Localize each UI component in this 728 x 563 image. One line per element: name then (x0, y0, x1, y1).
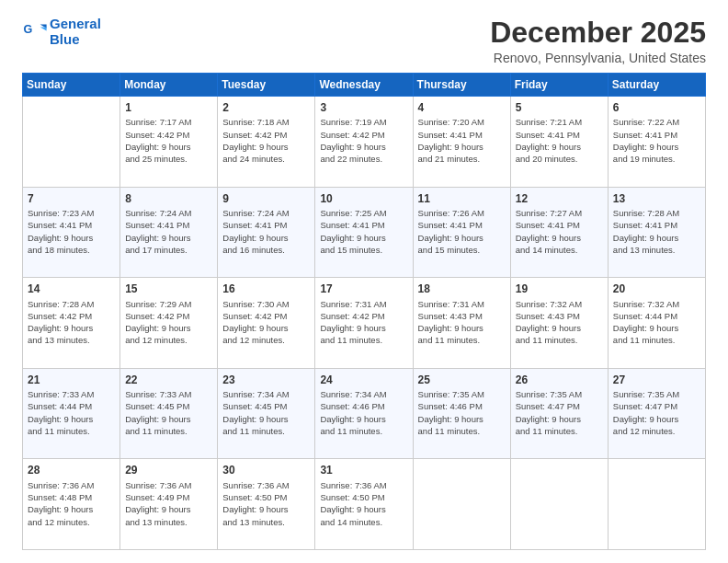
day-number: 15 (125, 282, 212, 296)
day-number: 5 (516, 100, 603, 115)
col-tuesday: Tuesday (218, 74, 315, 97)
day-info: Sunrise: 7:34 AMSunset: 4:45 PMDaylight:… (222, 388, 310, 437)
table-row: 16Sunrise: 7:30 AMSunset: 4:42 PMDayligh… (218, 278, 315, 369)
calendar-header-row: Sunday Monday Tuesday Wednesday Thursday… (23, 74, 706, 97)
table-row: 24Sunrise: 7:34 AMSunset: 4:46 PMDayligh… (315, 368, 413, 459)
day-number: 1 (125, 100, 212, 115)
day-number: 2 (222, 100, 310, 115)
day-number: 25 (418, 373, 506, 387)
table-row: 10Sunrise: 7:25 AMSunset: 4:41 PMDayligh… (315, 187, 413, 278)
page: G General Blue December 2025 Renovo, Pen… (0, 0, 728, 563)
day-info: Sunrise: 7:34 AMSunset: 4:46 PMDaylight:… (320, 388, 407, 437)
table-row (608, 459, 705, 550)
table-row: 6Sunrise: 7:22 AMSunset: 4:41 PMDaylight… (608, 97, 705, 188)
day-number: 7 (28, 191, 115, 206)
day-info: Sunrise: 7:22 AMSunset: 4:41 PMDaylight:… (613, 116, 700, 165)
title-block: December 2025 Renovo, Pennsylvania, Unit… (490, 17, 706, 65)
table-row: 11Sunrise: 7:26 AMSunset: 4:41 PMDayligh… (413, 187, 510, 278)
calendar-week-row: 28Sunrise: 7:36 AMSunset: 4:48 PMDayligh… (23, 459, 706, 550)
svg-marker-2 (40, 27, 47, 30)
calendar-table: Sunday Monday Tuesday Wednesday Thursday… (22, 73, 706, 550)
day-number: 14 (28, 282, 115, 296)
table-row (413, 459, 510, 550)
table-row: 2Sunrise: 7:18 AMSunset: 4:42 PMDaylight… (218, 97, 315, 188)
table-row: 3Sunrise: 7:19 AMSunset: 4:42 PMDaylight… (315, 97, 413, 188)
day-info: Sunrise: 7:36 AMSunset: 4:50 PMDaylight:… (320, 479, 407, 528)
day-number: 20 (613, 282, 700, 296)
table-row: 28Sunrise: 7:36 AMSunset: 4:48 PMDayligh… (23, 459, 120, 550)
table-row: 15Sunrise: 7:29 AMSunset: 4:42 PMDayligh… (120, 278, 218, 369)
day-info: Sunrise: 7:25 AMSunset: 4:41 PMDaylight:… (320, 207, 407, 256)
calendar-week-row: 1Sunrise: 7:17 AMSunset: 4:42 PMDaylight… (23, 97, 706, 188)
day-number: 30 (222, 463, 310, 477)
day-number: 19 (516, 282, 603, 296)
table-row: 7Sunrise: 7:23 AMSunset: 4:41 PMDaylight… (23, 187, 120, 278)
day-number: 27 (613, 373, 700, 387)
col-wednesday: Wednesday (315, 74, 413, 97)
table-row: 14Sunrise: 7:28 AMSunset: 4:42 PMDayligh… (23, 278, 120, 369)
table-row (510, 459, 608, 550)
col-thursday: Thursday (413, 74, 510, 97)
logo: G General Blue (22, 17, 101, 47)
day-info: Sunrise: 7:33 AMSunset: 4:44 PMDaylight:… (28, 388, 115, 437)
day-info: Sunrise: 7:27 AMSunset: 4:41 PMDaylight:… (516, 207, 603, 256)
logo-icon: G (22, 19, 48, 45)
day-info: Sunrise: 7:32 AMSunset: 4:43 PMDaylight:… (516, 298, 603, 347)
calendar-week-row: 7Sunrise: 7:23 AMSunset: 4:41 PMDaylight… (23, 187, 706, 278)
calendar-week-row: 21Sunrise: 7:33 AMSunset: 4:44 PMDayligh… (23, 368, 706, 459)
day-info: Sunrise: 7:30 AMSunset: 4:42 PMDaylight:… (222, 298, 310, 347)
day-number: 18 (418, 282, 506, 296)
day-info: Sunrise: 7:36 AMSunset: 4:49 PMDaylight:… (125, 479, 212, 528)
table-row: 17Sunrise: 7:31 AMSunset: 4:42 PMDayligh… (315, 278, 413, 369)
day-info: Sunrise: 7:31 AMSunset: 4:42 PMDaylight:… (320, 298, 407, 347)
col-friday: Friday (510, 74, 608, 97)
day-number: 11 (418, 191, 506, 206)
day-number: 22 (125, 373, 212, 387)
table-row: 29Sunrise: 7:36 AMSunset: 4:49 PMDayligh… (120, 459, 218, 550)
table-row: 20Sunrise: 7:32 AMSunset: 4:44 PMDayligh… (608, 278, 705, 369)
day-number: 8 (125, 191, 212, 206)
day-number: 12 (516, 191, 603, 206)
day-number: 29 (125, 463, 212, 477)
header: G General Blue December 2025 Renovo, Pen… (22, 17, 706, 65)
month-title: December 2025 (490, 17, 706, 49)
table-row: 18Sunrise: 7:31 AMSunset: 4:43 PMDayligh… (413, 278, 510, 369)
day-number: 21 (28, 373, 115, 387)
col-sunday: Sunday (23, 74, 120, 97)
day-number: 17 (320, 282, 407, 296)
day-number: 31 (320, 463, 407, 477)
table-row: 23Sunrise: 7:34 AMSunset: 4:45 PMDayligh… (218, 368, 315, 459)
col-monday: Monday (120, 74, 218, 97)
table-row: 30Sunrise: 7:36 AMSunset: 4:50 PMDayligh… (218, 459, 315, 550)
day-info: Sunrise: 7:36 AMSunset: 4:50 PMDaylight:… (222, 479, 310, 528)
table-row: 22Sunrise: 7:33 AMSunset: 4:45 PMDayligh… (120, 368, 218, 459)
day-number: 23 (222, 373, 310, 387)
day-info: Sunrise: 7:35 AMSunset: 4:46 PMDaylight:… (418, 388, 506, 437)
day-info: Sunrise: 7:32 AMSunset: 4:44 PMDaylight:… (613, 298, 700, 347)
table-row: 9Sunrise: 7:24 AMSunset: 4:41 PMDaylight… (218, 187, 315, 278)
day-info: Sunrise: 7:26 AMSunset: 4:41 PMDaylight:… (418, 207, 506, 256)
day-info: Sunrise: 7:31 AMSunset: 4:43 PMDaylight:… (418, 298, 506, 347)
table-row: 8Sunrise: 7:24 AMSunset: 4:41 PMDaylight… (120, 187, 218, 278)
day-info: Sunrise: 7:29 AMSunset: 4:42 PMDaylight:… (125, 298, 212, 347)
logo-text: General Blue (50, 17, 101, 47)
day-info: Sunrise: 7:35 AMSunset: 4:47 PMDaylight:… (516, 388, 603, 437)
subtitle: Renovo, Pennsylvania, United States (490, 51, 706, 65)
table-row: 19Sunrise: 7:32 AMSunset: 4:43 PMDayligh… (510, 278, 608, 369)
day-info: Sunrise: 7:36 AMSunset: 4:48 PMDaylight:… (28, 479, 115, 528)
day-number: 16 (222, 282, 310, 296)
table-row (23, 97, 120, 188)
svg-text:G: G (23, 23, 32, 36)
calendar-body: 1Sunrise: 7:17 AMSunset: 4:42 PMDaylight… (23, 97, 706, 550)
day-number: 28 (28, 463, 115, 477)
table-row: 31Sunrise: 7:36 AMSunset: 4:50 PMDayligh… (315, 459, 413, 550)
day-info: Sunrise: 7:28 AMSunset: 4:42 PMDaylight:… (28, 298, 115, 347)
table-row: 1Sunrise: 7:17 AMSunset: 4:42 PMDaylight… (120, 97, 218, 188)
day-info: Sunrise: 7:24 AMSunset: 4:41 PMDaylight:… (222, 207, 310, 256)
day-info: Sunrise: 7:28 AMSunset: 4:41 PMDaylight:… (613, 207, 700, 256)
day-info: Sunrise: 7:23 AMSunset: 4:41 PMDaylight:… (28, 207, 115, 256)
table-row: 27Sunrise: 7:35 AMSunset: 4:47 PMDayligh… (608, 368, 705, 459)
table-row: 25Sunrise: 7:35 AMSunset: 4:46 PMDayligh… (413, 368, 510, 459)
day-info: Sunrise: 7:19 AMSunset: 4:42 PMDaylight:… (320, 116, 407, 165)
table-row: 21Sunrise: 7:33 AMSunset: 4:44 PMDayligh… (23, 368, 120, 459)
